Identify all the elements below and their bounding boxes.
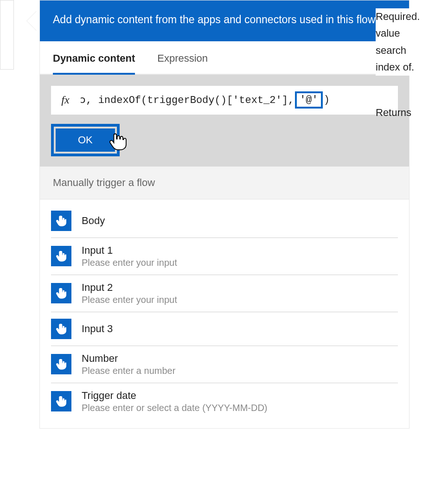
ok-button-highlight: OK xyxy=(51,124,120,156)
manual-trigger-icon xyxy=(51,354,71,374)
tooltip-l4: index of. xyxy=(376,59,448,76)
left-panel-fragment xyxy=(0,0,14,70)
tab-bar: Dynamic content Expression xyxy=(40,41,409,75)
option-desc: Please enter a number xyxy=(82,366,175,376)
tab-dynamic-content[interactable]: Dynamic content xyxy=(53,52,135,75)
option-title: Trigger date xyxy=(82,390,268,402)
option-title: Input 1 xyxy=(82,244,177,257)
option-desc: Please enter or select a date (YYYY-MM-D… xyxy=(82,403,268,413)
panel-banner: Add dynamic content from the apps and co… xyxy=(40,0,409,41)
tab-expression[interactable]: Expression xyxy=(157,52,208,75)
expr-highlighted-argument: '@' xyxy=(295,91,323,109)
option-title: Input 3 xyxy=(82,323,113,335)
option-desc: Please enter your input xyxy=(82,295,177,305)
fx-icon: fx xyxy=(51,94,80,106)
expression-input-row[interactable]: fx ɔ, indexOf(triggerBody()['text_2'], '… xyxy=(51,86,398,115)
dynamic-content-panel: Add dynamic content from the apps and co… xyxy=(39,0,410,429)
option-title: Body xyxy=(82,215,105,227)
manual-trigger-icon xyxy=(51,391,71,411)
option-input-2[interactable]: Input 2 Please enter your input xyxy=(51,275,398,312)
parameter-tooltip: Required. T value search t index of. xyxy=(376,8,448,76)
option-desc: Please enter your input xyxy=(82,257,177,268)
option-title: Input 2 xyxy=(82,282,177,294)
manual-trigger-icon xyxy=(51,319,71,339)
option-number[interactable]: Number Please enter a number xyxy=(51,346,398,383)
expression-text[interactable]: ɔ, indexOf(triggerBody()['text_2'], '@' … xyxy=(80,91,398,109)
manual-trigger-icon xyxy=(51,246,71,266)
banner-text: Add dynamic content from the apps and co… xyxy=(53,13,378,26)
option-input-1[interactable]: Input 1 Please enter your input xyxy=(51,238,398,275)
option-input-3[interactable]: Input 3 xyxy=(51,312,398,346)
expr-seg-after: ) xyxy=(324,94,330,106)
manual-trigger-icon xyxy=(51,283,71,303)
option-trigger-date[interactable]: Trigger date Please enter or select a da… xyxy=(51,383,398,420)
manual-trigger-icon xyxy=(51,211,71,231)
tooltip-l2: value xyxy=(376,25,448,42)
expression-editor-zone: fx ɔ, indexOf(triggerBody()['text_2'], '… xyxy=(40,75,409,167)
option-body[interactable]: Body xyxy=(51,204,398,238)
tooltip-l1a: Required. xyxy=(376,8,420,25)
expr-seg-before: ɔ, indexOf(triggerBody()['text_2'], xyxy=(80,94,294,106)
option-title: Number xyxy=(82,353,175,365)
returns-text-fragment: Returns xyxy=(376,107,411,119)
category-header: Manually trigger a flow xyxy=(40,167,409,199)
dynamic-content-options: Body Input 1 Please enter your input Inp… xyxy=(40,199,409,428)
tooltip-l3a: search xyxy=(376,42,406,59)
ok-button[interactable]: OK xyxy=(56,128,115,152)
